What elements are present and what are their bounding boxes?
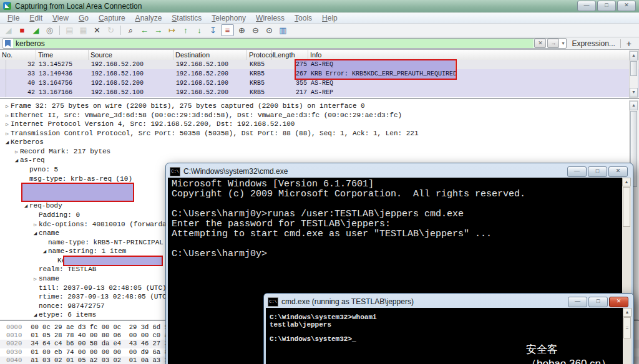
start-capture-icon[interactable]: ◢ <box>2 25 14 36</box>
hex-bytes[interactable]: 01 05 28 78 40 00 80 06 00 00 c0 a8 <box>31 332 172 339</box>
cmd1-titlebar[interactable]: C:\ C:\Windows\system32\cmd.exe — □ ✕ <box>168 165 631 178</box>
tree-item-label: rtime: 2037-09-13 02:48:05 (UTC) <box>39 293 170 300</box>
pane-splitter-top[interactable] <box>0 98 639 99</box>
tree-collapsed-icon[interactable]: ▷ <box>4 112 11 121</box>
packet-row-42[interactable]: 4213.167166192.168.52.100192.168.52.200K… <box>0 88 639 97</box>
cell-dst: 192.168.52.100 <box>176 79 247 88</box>
stop-capture-icon[interactable]: ■ <box>16 25 28 36</box>
find-packet-icon[interactable]: ⌕ <box>125 25 137 36</box>
tree-expanded-icon[interactable]: ◢ <box>13 156 20 166</box>
tree-item[interactable]: ▷Ethernet II, Src: Vmware_3d:6d:58 (00:0… <box>0 111 639 120</box>
wireshark-titlebar[interactable]: Capturing from Local Area Connection — □… <box>0 0 639 12</box>
menu-view[interactable]: View <box>47 14 74 22</box>
tree-collapsed-icon[interactable]: ▷ <box>32 221 39 230</box>
cmd2-titlebar[interactable]: C:\ cmd.exe (running as TESTLAB\jeppers)… <box>266 295 632 308</box>
tree-item[interactable]: ▷Frame 32: 275 bytes on wire (2200 bits)… <box>0 102 639 111</box>
column-header-protocol[interactable]: Protocol <box>247 50 272 60</box>
go-to-packet-icon[interactable]: ↦ <box>166 25 178 36</box>
display-filter-input[interactable] <box>13 39 534 48</box>
close-button[interactable]: ✕ <box>617 1 636 11</box>
scroll-up-icon[interactable]: ▲ <box>630 101 638 110</box>
zoom-in-icon[interactable]: ⊕ <box>236 25 248 36</box>
scroll-up-icon[interactable]: ▲ <box>623 308 632 317</box>
column-header-time[interactable]: Time <box>36 50 89 60</box>
tree-item[interactable]: ▷Record Mark: 217 bytes <box>0 147 639 156</box>
go-up-icon[interactable]: ↑ <box>180 25 192 36</box>
menu-file[interactable]: File <box>2 14 24 22</box>
resize-columns-icon[interactable]: ▥ <box>277 25 289 36</box>
close-button[interactable]: ✕ <box>608 166 628 177</box>
column-header-no[interactable]: No. <box>0 50 36 60</box>
autoscroll-toggle-icon[interactable]: ≡ <box>221 24 234 36</box>
tree-collapsed-icon[interactable]: ▷ <box>32 275 39 284</box>
go-bottom-icon[interactable]: ↧ <box>207 25 219 36</box>
tree-expanded-icon[interactable]: ◢ <box>22 202 29 211</box>
close-button[interactable]: ✕ <box>609 297 628 307</box>
save-file-icon[interactable]: ▦ <box>77 25 89 36</box>
filter-bookmark-icon[interactable] <box>5 40 11 47</box>
menu-help[interactable]: Help <box>317 14 343 22</box>
hex-bytes[interactable]: 00 0c 29 ae d3 fc 00 0c 29 3d 6d 58 <box>31 323 172 331</box>
menu-tools[interactable]: Tools <box>290 14 317 22</box>
tree-collapsed-icon[interactable]: ▷ <box>4 130 11 139</box>
expression-button[interactable]: Expression... <box>567 39 620 48</box>
minimize-button[interactable]: — <box>567 166 587 177</box>
menu-analyze[interactable]: Analyze <box>130 14 167 22</box>
go-forward-icon[interactable]: → <box>152 25 164 36</box>
reload-icon[interactable]: ↻ <box>105 25 117 36</box>
column-header-destination[interactable]: Destination <box>173 50 247 60</box>
add-filter-button[interactable]: + <box>621 39 637 49</box>
column-header-source[interactable]: Source <box>89 50 173 60</box>
tree-collapsed-icon[interactable]: ▷ <box>4 102 11 112</box>
packet-list-scrollbar[interactable]: ▲ ▼ <box>629 50 638 98</box>
restart-capture-icon[interactable]: ◢ <box>30 25 42 36</box>
zoom-original-icon[interactable]: ⊙ <box>263 25 275 36</box>
menu-capture[interactable]: Capture <box>94 14 130 22</box>
hex-bytes[interactable]: a1 03 02 01 05 a2 03 02 01 0a a3 15 <box>31 357 172 364</box>
scrollbar-thumb[interactable] <box>623 187 630 227</box>
scroll-up-icon[interactable]: ▲ <box>630 51 638 60</box>
minimize-button[interactable]: — <box>568 297 587 307</box>
menu-edit[interactable]: Edit <box>24 14 47 22</box>
menu-telephony[interactable]: Telephony <box>207 14 251 22</box>
tree-item[interactable]: ◢Kerberos <box>0 138 639 147</box>
tree-expanded-icon[interactable]: ◢ <box>32 229 39 239</box>
scrollbar-thumb[interactable]: ≡ <box>623 317 631 338</box>
column-header-info[interactable]: Info <box>308 50 639 60</box>
filter-clear-icon[interactable]: ✕ <box>534 39 546 48</box>
tree-collapsed-icon[interactable]: ▷ <box>4 120 11 130</box>
tree-item[interactable]: ▷Transmission Control Protocol, Src Port… <box>0 129 639 138</box>
menu-wireless[interactable]: Wireless <box>251 14 290 22</box>
close-capture-icon[interactable]: ✕ <box>91 25 103 36</box>
filter-bar: ✕ → ▾ Expression... + <box>0 37 639 50</box>
tree-expanded-icon[interactable]: ◢ <box>32 311 39 320</box>
maximize-button[interactable]: □ <box>588 297 608 307</box>
display-filter-field[interactable]: ✕ → ▾ <box>2 38 567 49</box>
maximize-button[interactable]: □ <box>588 166 607 177</box>
zoom-out-icon[interactable]: ⊖ <box>250 25 261 36</box>
console-line <box>172 239 631 249</box>
restore-button[interactable]: □ <box>597 1 616 11</box>
go-down-icon[interactable]: ↓ <box>193 25 205 36</box>
minimize-button[interactable]: — <box>577 1 596 11</box>
hex-bytes[interactable]: 01 00 eb 74 00 00 00 00 00 d9 6a 81 <box>31 348 172 356</box>
hex-bytes[interactable]: 34 64 c4 b6 00 58 da e4 43 46 27 37 <box>31 340 172 347</box>
tree-item-label: Ethernet II, Src: Vmware_3d:6d:58 (00:0c… <box>11 112 402 119</box>
scroll-down-icon[interactable]: ▼ <box>630 88 638 97</box>
menu-statistics[interactable]: Statistics <box>167 14 207 22</box>
tree-expanded-icon[interactable]: ◢ <box>41 247 48 257</box>
tree-item[interactable]: ▷Internet Protocol Version 4, Src: 192.1… <box>0 120 639 129</box>
tree-expanded-icon[interactable]: ◢ <box>4 138 11 148</box>
column-header-length[interactable]: Length <box>272 50 308 60</box>
go-back-icon[interactable]: ← <box>139 25 150 36</box>
filter-apply-icon[interactable]: → <box>547 39 559 48</box>
tree-collapsed-icon[interactable]: ▷ <box>13 148 20 157</box>
capture-options-icon[interactable]: ◎ <box>44 25 56 36</box>
scrollbar-thumb[interactable] <box>630 61 637 76</box>
packet-row-40[interactable]: 4013.164756192.168.52.200192.168.52.100K… <box>0 79 639 88</box>
filter-history-caret-icon[interactable]: ▾ <box>560 41 566 46</box>
scroll-up-icon[interactable]: ▲ <box>622 178 631 186</box>
open-file-icon[interactable]: ▤ <box>64 25 76 36</box>
menu-go[interactable]: Go <box>74 14 94 22</box>
console-line: C:\Users\harmj0y>runas /user:TESTLAB\jep… <box>172 209 631 219</box>
